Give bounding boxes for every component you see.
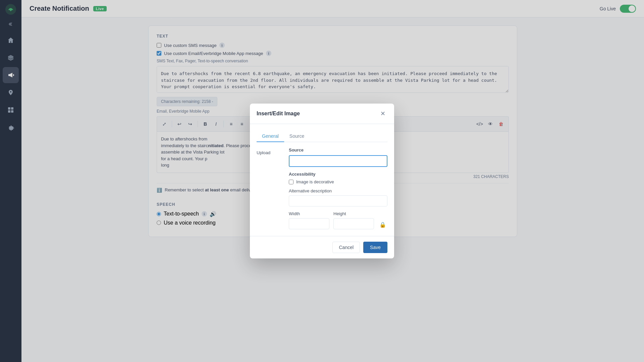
save-button[interactable]: Save xyxy=(363,242,387,253)
modal-footer: Cancel Save xyxy=(250,236,394,258)
modal-header: Insert/Edit Image ✕ xyxy=(250,104,394,124)
accessibility-label: Accessibility xyxy=(289,172,387,177)
modal-tab-general[interactable]: General xyxy=(257,131,284,142)
height-group: Height xyxy=(333,211,374,229)
modal-close-button[interactable]: ✕ xyxy=(378,109,387,118)
modal-source-label: Source xyxy=(289,147,387,153)
width-input[interactable] xyxy=(289,218,329,229)
width-group: Width xyxy=(289,211,329,229)
cancel-button[interactable]: Cancel xyxy=(332,242,360,253)
alt-desc-input[interactable] xyxy=(289,195,387,206)
dimensions-row: Width Height 🔒 xyxy=(289,211,387,229)
lock-icon[interactable]: 🔒 xyxy=(378,220,387,229)
modal-tabs: General Source xyxy=(257,131,387,142)
image-decorative-checkbox[interactable] xyxy=(289,180,293,184)
modal-right-panel: Source Accessibility Image is decorative… xyxy=(289,147,387,229)
modal-title: Insert/Edit Image xyxy=(257,111,300,117)
height-input[interactable] xyxy=(333,218,374,229)
width-label: Width xyxy=(289,211,329,216)
modal-body: General Source Upload Source Accessibili… xyxy=(250,124,394,236)
modal-left-panel: Upload xyxy=(257,147,283,229)
image-decorative-label: Image is decorative xyxy=(296,179,334,184)
accessibility-section: Accessibility Image is decorative Altern… xyxy=(289,172,387,206)
height-label: Height xyxy=(333,211,374,216)
modal-tab-source[interactable]: Source xyxy=(284,131,310,142)
modal-source-input[interactable] xyxy=(289,155,387,167)
modal-upload-label: Upload xyxy=(257,147,283,155)
alt-desc-label: Alternative description xyxy=(289,188,387,193)
image-decorative-row: Image is decorative xyxy=(289,179,387,184)
modal-overlay: Insert/Edit Image ✕ General Source Uploa… xyxy=(0,0,644,362)
insert-edit-image-modal: Insert/Edit Image ✕ General Source Uploa… xyxy=(250,104,394,258)
modal-content-area: Upload Source Accessibility Image is dec… xyxy=(257,147,387,229)
